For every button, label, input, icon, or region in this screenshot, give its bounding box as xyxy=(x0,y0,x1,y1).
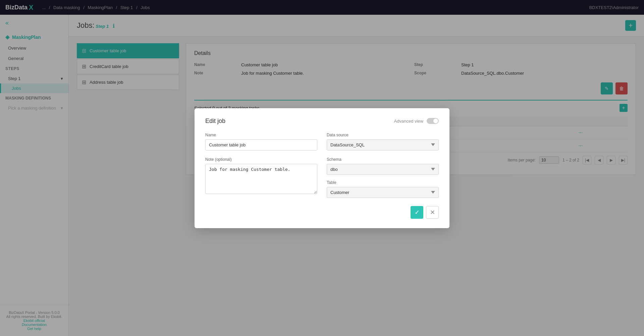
modal-cancel-button[interactable]: ✕ xyxy=(426,206,439,219)
form-note-label: Note (optional) xyxy=(205,157,317,162)
form-table-select[interactable]: Customer xyxy=(327,187,439,198)
form-group-datasource: Data source DataSource_SQL xyxy=(327,133,439,150)
form-group-name: Name xyxy=(205,133,317,150)
form-group-table: Table Customer xyxy=(327,180,439,198)
advanced-view-toggle[interactable] xyxy=(427,118,439,124)
form-name-label: Name xyxy=(205,133,317,137)
modal-header: Edit job Advanced view xyxy=(205,118,439,125)
advanced-view-label: Advanced view xyxy=(394,119,423,124)
modal-actions: ✓ ✕ xyxy=(205,206,439,219)
form-schema-select[interactable]: dbo xyxy=(327,164,439,175)
modal-overlay[interactable]: Edit job Advanced view Name Data source … xyxy=(0,0,644,336)
edit-job-modal: Edit job Advanced view Name Data source … xyxy=(195,108,449,228)
form-schema-label: Schema xyxy=(327,157,439,162)
form-group-note: Note (optional) Job for masking Customer… xyxy=(205,157,317,198)
modal-title: Edit job xyxy=(205,118,225,125)
form-datasource-select[interactable]: DataSource_SQL xyxy=(327,139,439,150)
form-table-label: Table xyxy=(327,180,439,185)
form-note-textarea[interactable]: Job for masking Customer table. xyxy=(205,164,317,194)
modal-confirm-button[interactable]: ✓ xyxy=(411,206,423,219)
form-group-schema: Schema dbo xyxy=(327,157,439,175)
form-name-input[interactable] xyxy=(205,139,317,150)
modal-advanced-view: Advanced view xyxy=(394,118,439,124)
form-right-column: Schema dbo Table Customer xyxy=(327,157,439,198)
form-datasource-label: Data source xyxy=(327,133,439,137)
modal-form: Name Data source DataSource_SQL Note (op… xyxy=(205,133,439,198)
